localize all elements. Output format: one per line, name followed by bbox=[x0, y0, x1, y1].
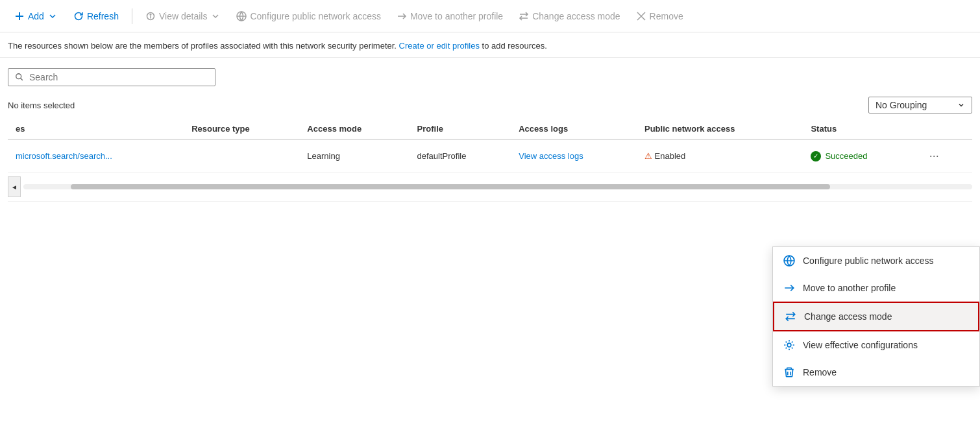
col-header-public-network: Public network access bbox=[637, 119, 803, 139]
view-access-logs-link[interactable]: View access logs bbox=[519, 151, 583, 161]
refresh-button[interactable]: Refresh bbox=[67, 8, 125, 25]
scroll-track bbox=[23, 184, 972, 189]
svg-point-1 bbox=[150, 14, 151, 15]
col-header-resource-type: Resource type bbox=[184, 119, 299, 139]
warning-icon: ⚠ bbox=[644, 151, 652, 161]
add-icon bbox=[14, 11, 25, 21]
info-text: The resources shown below are the member… bbox=[0, 32, 980, 58]
col-header-profile: Profile bbox=[410, 119, 511, 139]
status-bar: No items selected No Grouping bbox=[0, 91, 980, 119]
create-profiles-link[interactable]: Create or edit profiles bbox=[399, 41, 480, 51]
scrollbar-row: ◄ bbox=[8, 173, 972, 202]
table-row: microsoft.search/search... Learning defa… bbox=[8, 139, 972, 173]
col-header-es: es bbox=[8, 119, 184, 139]
resource-name-link[interactable]: microsoft.search/search... bbox=[16, 151, 112, 161]
info-text-main: The resources shown below are the member… bbox=[8, 41, 397, 51]
remove-icon bbox=[636, 11, 646, 21]
view-details-label: View details bbox=[159, 11, 207, 21]
scroll-left-arrow[interactable]: ◄ bbox=[8, 176, 21, 197]
scroll-thumb bbox=[71, 184, 830, 189]
success-check-icon: ✓ bbox=[811, 151, 821, 161]
view-details-button[interactable]: View details bbox=[139, 8, 227, 25]
remove-label: Remove bbox=[650, 11, 683, 21]
no-items-text: No items selected bbox=[8, 101, 75, 110]
status-succeeded: ✓ Succeeded bbox=[811, 151, 908, 161]
search-input[interactable] bbox=[29, 72, 208, 82]
change-access-icon bbox=[519, 11, 529, 21]
cell-access-mode: Learning bbox=[299, 139, 409, 173]
cell-row-actions: ··· bbox=[916, 139, 972, 173]
cell-access-logs: View access logs bbox=[511, 139, 637, 173]
table-container: es Resource type Access mode Profile Acc… bbox=[0, 119, 980, 202]
grouping-label: No Grouping bbox=[876, 100, 927, 110]
info-text-suffix: to add resources. bbox=[482, 41, 547, 51]
configure-network-label: Configure public network access bbox=[250, 11, 381, 21]
cell-status: ✓ Succeeded bbox=[803, 139, 916, 173]
search-icon bbox=[15, 73, 24, 82]
status-value: Succeeded bbox=[825, 151, 867, 161]
toolbar-divider-1 bbox=[132, 8, 132, 24]
change-access-button[interactable]: Change access mode bbox=[512, 8, 626, 25]
add-button[interactable]: Add bbox=[8, 8, 64, 25]
configure-network-button[interactable]: Configure public network access bbox=[230, 8, 387, 25]
col-header-access-mode: Access mode bbox=[299, 119, 409, 139]
configure-network-icon bbox=[236, 11, 247, 21]
row-actions-button[interactable]: ··· bbox=[924, 147, 944, 165]
toolbar: Add Refresh View details Configure publi… bbox=[0, 0, 980, 32]
col-header-access-logs: Access logs bbox=[511, 119, 637, 139]
table-header-row: es Resource type Access mode Profile Acc… bbox=[8, 119, 972, 139]
cell-resource-name: microsoft.search/search... bbox=[8, 139, 184, 173]
cell-public-network: ⚠ Enabled bbox=[637, 139, 803, 173]
public-network-value: Enabled bbox=[655, 151, 686, 161]
remove-button[interactable]: Remove bbox=[630, 8, 690, 25]
cell-resource-type bbox=[184, 139, 299, 173]
col-header-status: Status bbox=[803, 119, 916, 139]
add-label: Add bbox=[28, 11, 44, 21]
move-profile-icon bbox=[397, 11, 407, 21]
refresh-label: Refresh bbox=[87, 11, 119, 21]
col-header-actions bbox=[916, 119, 972, 139]
cell-profile: defaultProfile bbox=[410, 139, 511, 173]
svg-point-2 bbox=[16, 74, 21, 79]
move-profile-button[interactable]: Move to another profile bbox=[390, 8, 509, 25]
search-bar bbox=[8, 68, 215, 86]
scrollbar-cell: ◄ bbox=[8, 173, 972, 202]
grouping-select[interactable]: No Grouping bbox=[868, 97, 972, 113]
add-chevron-icon bbox=[47, 11, 58, 21]
view-details-chevron-icon bbox=[210, 11, 221, 21]
view-details-icon bbox=[145, 11, 156, 21]
resources-table: es Resource type Access mode Profile Acc… bbox=[8, 119, 972, 202]
move-profile-label: Move to another profile bbox=[410, 11, 503, 21]
change-access-label: Change access mode bbox=[532, 11, 620, 21]
refresh-icon bbox=[73, 11, 84, 21]
grouping-chevron-icon bbox=[957, 101, 965, 109]
